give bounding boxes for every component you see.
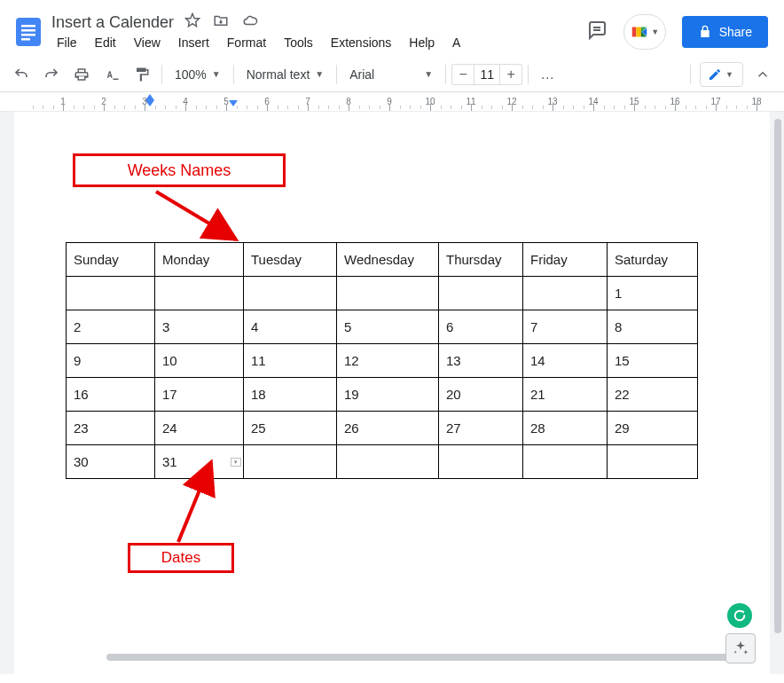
calendar-cell[interactable] xyxy=(337,277,439,310)
menu-bar: File Edit View Insert Format Tools Exten… xyxy=(48,32,467,53)
calendar-cell[interactable] xyxy=(439,277,523,310)
more-tools-button[interactable]: … xyxy=(534,62,562,87)
calendar-cell[interactable]: 14 xyxy=(523,344,608,378)
calendar-cell[interactable]: 28 xyxy=(523,412,608,445)
menu-overflow[interactable]: A xyxy=(445,32,467,53)
redo-button[interactable] xyxy=(37,62,66,87)
menu-help[interactable]: Help xyxy=(402,32,442,53)
spellcheck-button[interactable] xyxy=(98,62,126,87)
font-size-value[interactable]: 11 xyxy=(474,65,500,84)
move-icon[interactable] xyxy=(213,12,229,32)
vertical-scrollbar[interactable] xyxy=(772,119,784,656)
horizontal-scrollbar[interactable] xyxy=(106,654,763,663)
calendar-cell[interactable] xyxy=(608,445,698,479)
font-size-increase[interactable]: + xyxy=(500,67,521,82)
calendar-cell[interactable] xyxy=(244,445,337,479)
calendar-cell[interactable]: 24 xyxy=(155,412,244,445)
menu-view[interactable]: View xyxy=(127,32,168,53)
calendar-cell[interactable]: 6 xyxy=(439,310,523,344)
calendar-cell[interactable]: 31▾ xyxy=(155,445,244,479)
calendar-header-row: Sunday Monday Tuesday Wednesday Thursday… xyxy=(67,243,698,277)
calendar-cell[interactable]: 1 xyxy=(608,277,698,310)
horizontal-ruler[interactable]: 123456789101112131415161718 xyxy=(0,92,784,112)
document-canvas: Weeks Names Sunday Monday Tuesday Wednes… xyxy=(0,112,784,674)
menu-edit[interactable]: Edit xyxy=(88,32,123,53)
calendar-cell[interactable] xyxy=(439,445,523,479)
calendar-cell[interactable]: 22 xyxy=(608,378,698,412)
svg-rect-2 xyxy=(21,29,35,32)
calendar-cell[interactable]: 2 xyxy=(67,310,155,344)
calendar-cell[interactable]: 23 xyxy=(67,412,155,445)
calendar-cell[interactable]: 12 xyxy=(337,344,439,378)
font-size-decrease[interactable]: − xyxy=(452,67,474,82)
arrow-weeks-icon xyxy=(147,188,254,248)
calendar-cell[interactable] xyxy=(523,277,608,310)
calendar-cell[interactable]: 5 xyxy=(337,310,439,344)
calendar-cell[interactable]: 30 xyxy=(67,445,155,479)
calendar-cell[interactable]: 29 xyxy=(608,412,698,445)
comments-icon[interactable] xyxy=(586,20,608,44)
star-icon[interactable] xyxy=(184,12,200,32)
calendar-cell[interactable]: 18 xyxy=(244,378,337,412)
explore-button[interactable] xyxy=(725,633,756,663)
calendar-cell[interactable]: 26 xyxy=(337,412,439,445)
calendar-cell[interactable] xyxy=(337,445,439,479)
menu-format[interactable]: Format xyxy=(220,32,273,53)
calendar-cell[interactable]: 27 xyxy=(439,412,523,445)
calendar-cell[interactable]: 16 xyxy=(67,378,155,412)
docs-logo[interactable] xyxy=(11,14,46,50)
document-title[interactable]: Insert a Calender xyxy=(51,13,174,32)
calendar-cell[interactable] xyxy=(244,277,337,310)
calendar-cell[interactable] xyxy=(523,445,608,479)
calendar-row: 16171819202122 xyxy=(67,378,698,412)
calendar-cell[interactable]: 21 xyxy=(523,378,608,412)
menu-insert[interactable]: Insert xyxy=(171,32,216,53)
day-header[interactable]: Thursday xyxy=(439,243,523,277)
calendar-row: 9101112131415 xyxy=(67,344,698,378)
calendar-cell[interactable]: 10 xyxy=(155,344,244,378)
scrollbar-thumb[interactable] xyxy=(106,654,745,661)
calendar-cell[interactable]: 15 xyxy=(608,344,698,378)
day-header[interactable]: Tuesday xyxy=(244,243,337,277)
calendar-cell[interactable]: 19 xyxy=(337,378,439,412)
calendar-cell[interactable]: 25 xyxy=(244,412,337,445)
styles-dropdown[interactable]: Normal text▼ xyxy=(239,62,331,87)
menu-extensions[interactable]: Extensions xyxy=(324,32,398,53)
calendar-cell[interactable]: 8 xyxy=(608,310,698,344)
calendar-table[interactable]: Sunday Monday Tuesday Wednesday Thursday… xyxy=(66,242,698,479)
share-button[interactable]: Share xyxy=(682,16,768,48)
calendar-cell[interactable]: 17 xyxy=(155,378,244,412)
meet-button[interactable]: ▼ xyxy=(623,14,666,50)
editing-mode-button[interactable]: ▼ xyxy=(700,62,743,87)
page[interactable]: Weeks Names Sunday Monday Tuesday Wednes… xyxy=(14,112,770,674)
calendar-cell[interactable]: 3 xyxy=(155,310,244,344)
day-header[interactable]: Sunday xyxy=(67,243,155,277)
svg-rect-3 xyxy=(21,34,35,36)
menu-file[interactable]: File xyxy=(50,32,84,53)
day-header[interactable]: Friday xyxy=(523,243,608,277)
calendar-cell[interactable]: 20 xyxy=(439,378,523,412)
calendar-cell[interactable]: 9 xyxy=(67,344,155,378)
print-button[interactable] xyxy=(67,62,96,87)
paint-format-button[interactable] xyxy=(128,62,156,87)
calendar-cell[interactable] xyxy=(155,277,244,310)
day-header[interactable]: Saturday xyxy=(608,243,698,277)
menu-tools[interactable]: Tools xyxy=(277,32,320,53)
font-dropdown[interactable]: Arial▼ xyxy=(342,62,440,87)
calendar-cell[interactable]: 13 xyxy=(439,344,523,378)
svg-rect-1 xyxy=(21,25,35,27)
cell-dropdown-icon[interactable]: ▾ xyxy=(231,458,241,467)
day-header[interactable]: Monday xyxy=(155,243,244,277)
collapse-toolbar-button[interactable] xyxy=(749,62,777,87)
calendar-cell[interactable] xyxy=(67,277,155,310)
calendar-cell[interactable]: 7 xyxy=(523,310,608,344)
day-header[interactable]: Wednesday xyxy=(337,243,439,277)
zoom-value: 100% xyxy=(175,67,207,82)
zoom-dropdown[interactable]: 100%▼ xyxy=(168,62,228,87)
scrollbar-thumb[interactable] xyxy=(774,119,781,633)
calendar-cell[interactable]: 4 xyxy=(244,310,337,344)
cloud-icon[interactable] xyxy=(241,12,259,32)
calendar-cell[interactable]: 11 xyxy=(244,344,337,378)
grammarly-icon[interactable] xyxy=(727,603,752,628)
undo-button[interactable] xyxy=(7,62,35,87)
